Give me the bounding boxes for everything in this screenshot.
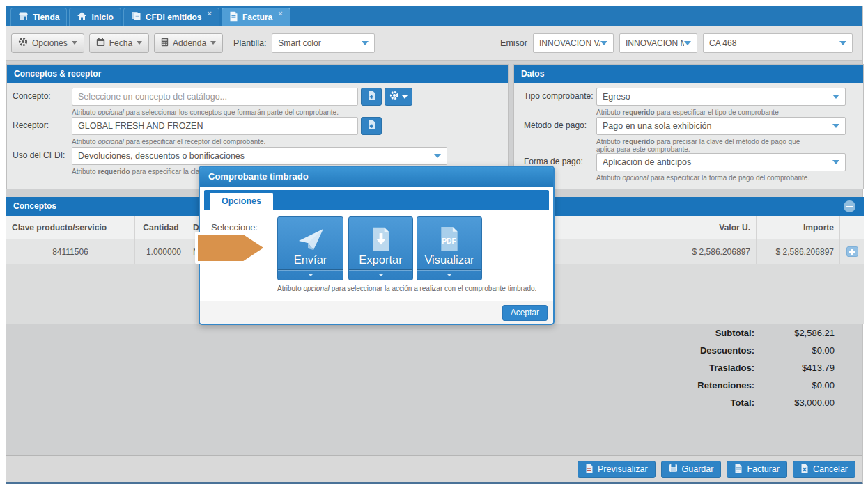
tab-tienda[interactable]: Tienda [10, 8, 67, 26]
facturar-button[interactable]: Facturar [727, 461, 787, 478]
concepto-settings-button[interactable] [385, 88, 412, 106]
selected-value: Devoluciones, descuentos o bonificacione… [78, 151, 434, 161]
visualizar-button[interactable]: PDF Visualizar [417, 216, 482, 280]
add-receptor-button[interactable] [361, 117, 382, 135]
help-keyword: requerido [622, 109, 654, 116]
column-header[interactable]: Importe [757, 216, 840, 239]
uso-cfdi-help: Atributorequeridopara especificar la cla… [72, 168, 209, 175]
calculator-icon [161, 38, 169, 49]
metodo-pago-select[interactable]: Pago en una sola exhibición [596, 117, 846, 135]
tab-cfdi-emitidos[interactable]: CFDI emitidos × [123, 8, 219, 26]
tipo-comprobante-label: Tipo comprobante: [524, 91, 594, 101]
invoice-icon [229, 11, 238, 24]
action-label: Exportar [359, 252, 402, 267]
help-keyword: opcional [98, 109, 123, 116]
traslados-row: Traslados: $413.79 [612, 359, 835, 377]
plantilla-label: Plantilla: [233, 38, 266, 48]
receptor-help: Atributoopcionalpara especificar el rece… [72, 138, 268, 145]
close-tab-icon[interactable]: × [278, 9, 282, 17]
column-header[interactable]: Clave producto/servicio [6, 216, 135, 239]
cantidad-cell: 1.000000 [135, 239, 187, 264]
collapse-section-icon[interactable] [844, 200, 855, 212]
tab-opciones[interactable]: Opciones [210, 193, 273, 210]
forma-pago-label: Forma de pago: [524, 157, 583, 166]
guardar-button[interactable]: Guardar [661, 461, 722, 478]
total-row: Total: $3,000.00 [612, 394, 835, 411]
dialog-footer: Aceptar [200, 301, 553, 324]
panel-title: Conceptos & receptor [7, 65, 508, 83]
total-label: Subtotal: [612, 328, 754, 338]
importe-cell: $ 2,586.206897 [757, 239, 840, 264]
datos-panel: Datos Tipo comprobante: Egreso Atributor… [513, 64, 864, 189]
chevron-down-icon [447, 274, 452, 276]
tab-label: CFDI emitidos [146, 13, 202, 22]
serie-select[interactable]: CA 468 [703, 33, 853, 53]
chevron-down-icon [362, 41, 369, 45]
callout-arrow-icon [194, 228, 270, 271]
close-tab-icon[interactable]: × [207, 9, 211, 17]
emisor-select[interactable]: INNOVACION VALOR [533, 33, 614, 53]
dialog-help-text: Atributoopcionalpara seleccionar la acci… [277, 285, 538, 292]
home-icon [77, 11, 87, 23]
receptor-label: Receptor: [13, 120, 49, 130]
addenda-button[interactable]: Addenda [154, 33, 223, 53]
tipo-comprobante-select[interactable]: Egreso [596, 88, 846, 106]
store-icon [18, 11, 29, 23]
tab-label: Inicio [91, 13, 113, 22]
help-keyword: requerido [98, 168, 130, 175]
invoice-document-icon [734, 464, 743, 475]
button-label: Previsualizar [598, 464, 648, 474]
add-concepto-button[interactable] [361, 88, 382, 106]
column-header[interactable]: Cantidad [135, 216, 187, 239]
add-row-icon[interactable] [846, 246, 858, 257]
dialog-title: Comprobante timbrado [200, 167, 553, 187]
document-plus-icon [367, 90, 376, 104]
plantilla-select[interactable]: Smart color [272, 33, 375, 53]
descuentos-row: Descuentos: $0.00 [612, 342, 835, 359]
action-dropdown[interactable] [278, 269, 343, 280]
action-dropdown[interactable] [349, 269, 412, 280]
sucursal-select[interactable]: INNOVACION MATRIZ [619, 33, 697, 53]
receptor-input[interactable] [72, 117, 358, 135]
action-label: Visualizar [424, 252, 474, 267]
document-plus-icon [367, 120, 376, 133]
forma-pago-select[interactable]: Aplicación de anticipos [596, 153, 846, 171]
selected-value: CA 468 [709, 38, 839, 48]
svg-text:PDF: PDF [442, 237, 456, 245]
button-label: Facturar [747, 464, 780, 474]
toolbar: Opciones Fecha Addenda Plantilla: Smart … [6, 26, 862, 61]
emisor-group: Emisor INNOVACION VALOR INNOVACION MATRI… [500, 33, 858, 53]
uso-cfdi-label: Uso del CFDI: [13, 150, 65, 160]
opciones-button[interactable]: Opciones [11, 33, 84, 53]
selected-value: INNOVACION VALOR [539, 38, 600, 48]
chevron-down-icon [839, 41, 846, 45]
previsualizar-button[interactable]: Previsualizar [578, 461, 656, 478]
total-value: $2,586.21 [754, 328, 835, 338]
chevron-down-icon [832, 160, 839, 164]
application-window: Tienda Inicio CFDI emitidos × Factura × … [0, 0, 868, 490]
gear-icon [18, 37, 28, 49]
button-label: Fecha [109, 38, 132, 48]
button-label: Opciones [32, 38, 68, 48]
enviar-button[interactable]: Envíar [277, 216, 343, 280]
cancelar-button[interactable]: Cancelar [793, 461, 855, 478]
tab-inicio[interactable]: Inicio [69, 8, 121, 26]
help-keyword: opcional [622, 174, 648, 182]
concepto-input[interactable] [72, 88, 358, 106]
selected-value: Aplicación de anticipos [603, 157, 832, 167]
action-dropdown[interactable] [417, 269, 481, 280]
metodo-pago-label: Método de pago: [524, 120, 587, 130]
tab-factura[interactable]: Factura × [222, 8, 290, 26]
exportar-button[interactable]: Exportar [348, 216, 413, 280]
concepto-label: Concepto: [13, 91, 51, 101]
aceptar-button[interactable]: Aceptar [502, 305, 548, 321]
tipo-comprobante-help: Atributorequeridopara especificar el tip… [596, 109, 781, 116]
retenciones-row: Retenciones: $0.00 [612, 377, 835, 394]
total-value: $3,000.00 [754, 397, 835, 408]
calendar-icon [96, 38, 105, 49]
column-header[interactable]: Valor U. [669, 216, 757, 239]
section-title: Conceptos [13, 201, 56, 211]
fecha-button[interactable]: Fecha [89, 33, 149, 53]
uso-cfdi-select[interactable]: Devoluciones, descuentos o bonificacione… [72, 147, 447, 165]
preview-document-icon [585, 464, 594, 475]
